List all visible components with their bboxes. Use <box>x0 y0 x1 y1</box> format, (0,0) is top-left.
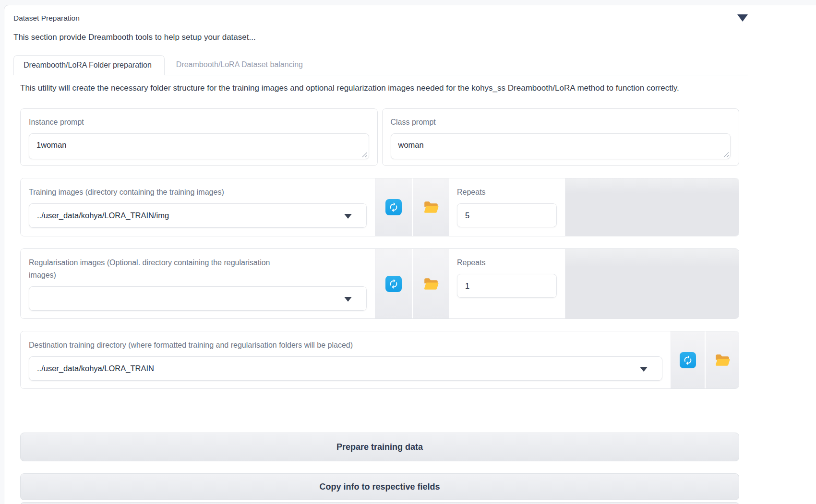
training-repeats-input[interactable] <box>457 203 557 227</box>
refresh-training-dir-button[interactable] <box>385 199 402 215</box>
training-images-dropdown[interactable]: ../user_data/kohya/LORA_TRAIN/img <box>29 203 367 228</box>
class-prompt-label: Class prompt <box>391 116 731 129</box>
refresh-column <box>375 249 412 318</box>
cutoff-bottom-button[interactable] <box>20 502 739 504</box>
refresh-icon <box>388 279 399 289</box>
destination-directory-label: Destination training directory (where fo… <box>29 339 662 352</box>
dataset-preparation-accordion: Dataset Preparation This section provide… <box>4 5 816 504</box>
chevron-down-icon[interactable] <box>344 214 352 219</box>
section-subtitle: This section provide Dreambooth tools to… <box>13 33 816 42</box>
tab-bar: Dreambooth/LoRA Folder preparation Dream… <box>13 55 748 75</box>
chevron-down-icon[interactable] <box>640 367 648 372</box>
class-prompt-group: Class prompt woman <box>382 108 740 166</box>
folder-column <box>705 331 739 388</box>
open-folder-icon <box>423 277 439 291</box>
prepare-training-data-button[interactable]: Prepare training data <box>20 433 739 461</box>
open-folder-icon <box>423 200 439 214</box>
regularisation-images-dropdown[interactable] <box>29 286 367 311</box>
open-folder-icon <box>714 353 731 367</box>
regularisation-repeats-label: Repeats <box>457 257 557 269</box>
refresh-destination-dir-button[interactable] <box>680 352 696 368</box>
refresh-column <box>375 178 412 236</box>
destination-directory-row: Destination training directory (where fo… <box>20 331 739 389</box>
regularisation-images-label: Regularisation images (Optional. directo… <box>29 257 298 281</box>
refresh-icon <box>683 355 693 365</box>
class-prompt-input[interactable]: woman <box>391 133 731 159</box>
row-filler <box>565 178 739 236</box>
refresh-column <box>671 331 705 388</box>
folder-column <box>412 178 449 236</box>
folder-preparation-panel: This utility will create the necessary f… <box>13 75 739 504</box>
training-images-value: ../user_data/kohya/LORA_TRAIN/img <box>37 211 169 220</box>
instance-prompt-input[interactable]: 1woman <box>29 133 369 159</box>
collapse-triangle-icon[interactable] <box>737 14 748 22</box>
copy-info-button[interactable]: Copy info to respective fields <box>20 473 739 500</box>
prompts-row: Instance prompt 1woman Class prompt woma… <box>20 108 739 166</box>
open-destination-folder-button[interactable] <box>714 352 731 368</box>
tab-dataset-balancing[interactable]: Dreambooth/LoRA Dataset balancing <box>165 55 315 75</box>
accordion-title: Dataset Preparation <box>13 13 80 23</box>
refresh-regularisation-dir-button[interactable] <box>385 276 402 292</box>
regularisation-images-row: Regularisation images (Optional. directo… <box>20 248 739 319</box>
training-images-label: Training images (directory containing th… <box>29 186 367 199</box>
open-training-folder-button[interactable] <box>422 199 440 215</box>
instance-prompt-label: Instance prompt <box>29 116 369 129</box>
chevron-down-icon[interactable] <box>344 297 352 302</box>
open-regularisation-folder-button[interactable] <box>422 276 440 292</box>
training-images-row: Training images (directory containing th… <box>20 178 739 236</box>
tabs-container: Dreambooth/LoRA Folder preparation Dream… <box>13 55 748 504</box>
training-repeats-group: Repeats <box>449 178 565 236</box>
instance-prompt-group: Instance prompt 1woman <box>20 108 378 166</box>
regularisation-repeats-group: Repeats <box>449 249 565 318</box>
utility-description: This utility will create the necessary f… <box>20 83 739 93</box>
tab-folder-preparation[interactable]: Dreambooth/LoRA Folder preparation <box>13 55 165 75</box>
training-repeats-label: Repeats <box>457 186 557 199</box>
accordion-header[interactable]: Dataset Preparation <box>13 13 748 23</box>
refresh-icon <box>388 202 399 212</box>
destination-directory-value: ../user_data/kohya/LORA_TRAIN <box>37 364 154 373</box>
row-filler <box>565 249 739 318</box>
destination-directory-dropdown[interactable]: ../user_data/kohya/LORA_TRAIN <box>29 356 662 381</box>
folder-column <box>412 249 449 318</box>
regularisation-repeats-input[interactable] <box>457 274 557 298</box>
